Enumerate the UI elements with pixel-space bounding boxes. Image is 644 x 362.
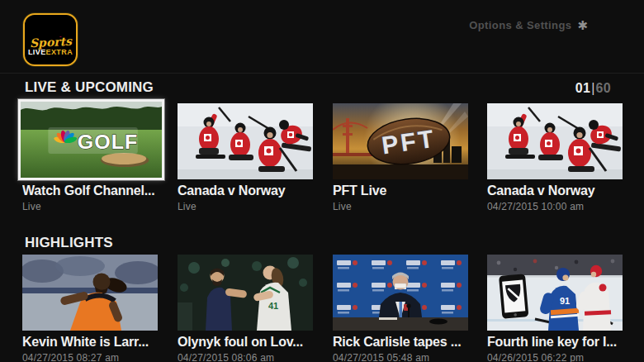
tile-subtitle: Live [333, 201, 468, 212]
golf-course-art: GOLF [21, 102, 162, 178]
tile-meta: Kevin White is Larr... 04/27/2015 08:27 … [22, 335, 158, 362]
tile-title: Kevin White is Larr... [22, 335, 158, 350]
thumbnail-pft: PFT [333, 103, 468, 179]
tile-subtitle: 04/27/2015 08:27 am [22, 352, 158, 362]
tile-meta: Canada v Norway Live [178, 183, 313, 212]
jersey-number-91: 91 [560, 296, 570, 306]
tile-meta: Watch Golf Channel... Live [22, 183, 164, 212]
tile-olynyk-foul[interactable]: 41 Olynyk foul on Lov... 04/27/2015 08:0… [178, 255, 313, 362]
section-title-highlights: HIGHLIGHTS [25, 235, 113, 251]
nhl-game-art: 91 [487, 255, 623, 331]
nbc-sports-live-extra-logo: Sports LIVEEXTRA [23, 13, 78, 66]
row-position-counter: 01|60 [575, 81, 611, 96]
tile-title: Olynyk foul on Lov... [178, 335, 313, 350]
tile-title: Canada v Norway [487, 183, 623, 198]
thumbnail-sledge-hockey [178, 103, 313, 179]
thumbnail-nhl-game: 91 [487, 255, 623, 331]
thumbnail-golf-channel: GOLF [18, 99, 164, 180]
tile-pft-live[interactable]: PFT PFT Live Live [333, 103, 468, 212]
live-upcoming-section-bar: LIVE & UPCOMING 01|60 [25, 79, 611, 96]
asterisk-icon: ✱ [577, 19, 588, 31]
sledge-hockey-art [487, 103, 623, 179]
tile-subtitle: 04/27/2015 05:48 am [333, 352, 468, 362]
sledge-hockey-art [178, 103, 313, 179]
options-settings-label: Options & Settings [469, 19, 571, 31]
options-settings-button[interactable]: Options & Settings ✱ [469, 19, 588, 31]
tile-watch-golf-channel[interactable]: GOLF Watch Golf Channel... Live [18, 99, 164, 212]
logo-sports-script: Sports [29, 36, 72, 49]
tile-meta: Canada v Norway 04/27/2015 10:00 am [487, 183, 623, 212]
combine-athlete-art [22, 255, 158, 331]
golf-wordmark: GOLF [78, 131, 139, 152]
tile-title: Rick Carlisle tapes ... [333, 335, 468, 350]
tile-subtitle: 04/27/2015 10:00 am [487, 201, 623, 212]
thumbnail-press-conference [333, 255, 468, 331]
tile-canada-v-norway-upcoming[interactable]: Canada v Norway 04/27/2015 10:00 am [487, 103, 623, 212]
tile-title: Watch Golf Channel... [22, 183, 164, 198]
thumbnail-sledge-hockey [487, 103, 623, 179]
tile-subtitle: 04/27/2015 08:06 am [178, 352, 313, 362]
counter-total: 60 [596, 81, 611, 95]
tile-subtitle: 04/26/2015 06:22 pm [487, 352, 623, 362]
tile-meta: Fourth line key for I... 04/26/2015 06:2… [487, 335, 623, 362]
tile-fourth-line[interactable]: 91 Fourth line key for I... 04/26/2015 0… [487, 255, 623, 362]
tile-title: Canada v Norway [178, 183, 313, 198]
tile-title: PFT Live [333, 183, 468, 198]
highlights-section-bar: HIGHLIGHTS [25, 235, 611, 251]
tile-title: Fourth line key for I... [487, 335, 623, 350]
tile-canada-v-norway-live[interactable]: Canada v Norway Live [178, 103, 313, 212]
pft-football-art: PFT [333, 103, 468, 179]
nhl-app-phone-icon [499, 274, 528, 319]
press-conference-art [333, 255, 468, 331]
tile-subtitle: Live [22, 201, 164, 212]
tile-meta: PFT Live Live [333, 183, 468, 212]
jersey-number-41: 41 [268, 301, 278, 311]
thumbnail-olynyk: 41 [178, 255, 313, 331]
tile-kevin-white[interactable]: Kevin White is Larr... 04/27/2015 08:27 … [22, 255, 158, 362]
thumbnail-kevin-white [22, 255, 158, 331]
counter-current: 01 [575, 81, 590, 95]
basketball-art: 41 [178, 255, 313, 331]
tile-subtitle: Live [178, 201, 313, 212]
tile-meta: Olynyk foul on Lov... 04/27/2015 08:06 a… [178, 335, 313, 362]
tile-meta: Rick Carlisle tapes ... 04/27/2015 05:48… [333, 335, 468, 362]
section-title-live-upcoming: LIVE & UPCOMING [25, 79, 154, 96]
tile-rick-carlisle[interactable]: Rick Carlisle tapes ... 04/27/2015 05:48… [333, 255, 468, 362]
header-divider [0, 73, 644, 74]
